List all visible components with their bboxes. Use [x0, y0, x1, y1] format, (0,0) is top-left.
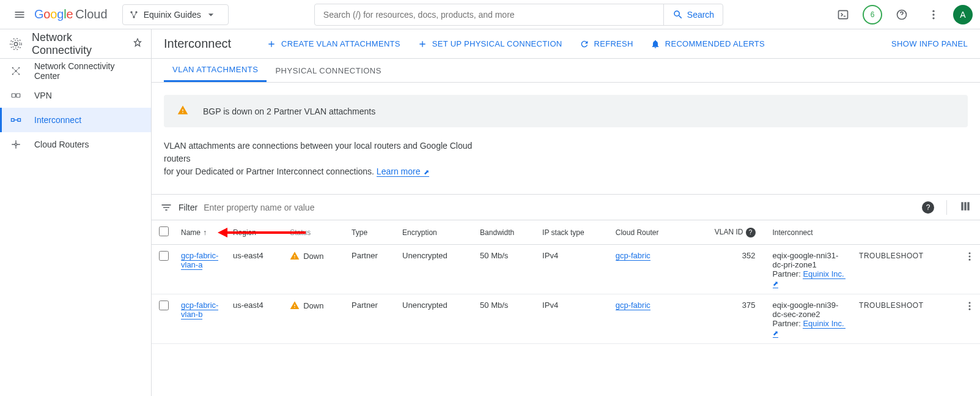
help-icon[interactable] [890, 2, 914, 27]
table-row: gcp-fabric-vlan-a us-east4 Down Partner … [152, 245, 980, 294]
filter-row: Filter ? [152, 194, 980, 220]
cell-bandwidth: 50 Mb/s [475, 294, 537, 344]
svg-rect-17 [17, 94, 20, 97]
cell-status: Down [290, 301, 342, 310]
plus-icon [267, 39, 276, 49]
tabs: VLAN ATTACHMENTS PHYSICAL CONNECTIONS [152, 59, 980, 83]
help-icon[interactable]: ? [746, 228, 756, 237]
svg-point-6 [932, 13, 934, 15]
table-row: gcp-fabric-vlan-b us-east4 Down Partner … [152, 294, 980, 344]
project-icon [129, 10, 139, 20]
divider [946, 200, 947, 215]
description-text: VLAN attachments are connections between… [164, 140, 482, 178]
troubleshoot-button[interactable]: TROUBLESHOOT [859, 252, 923, 260]
col-cloud-router[interactable]: Cloud Router [611, 220, 686, 245]
col-vlan-id[interactable]: VLAN ID? [685, 220, 767, 245]
row-checkbox[interactable] [159, 251, 169, 261]
vlan-name-link[interactable]: gcp-fabric-vlan-a [181, 251, 218, 270]
vlan-table: Name↑ Region Status Type Encryption Band… [152, 220, 980, 344]
external-link-icon: ⬈ [773, 280, 778, 287]
show-info-panel-button[interactable]: SHOW INFO PANEL [891, 39, 968, 48]
search-bar: Search [314, 4, 723, 26]
vlan-name-link[interactable]: gcp-fabric-vlan-b [181, 301, 218, 319]
refresh-button[interactable]: REFRESH [580, 39, 633, 49]
col-status[interactable]: Status [285, 220, 347, 245]
cell-ip-stack: IPv4 [537, 245, 611, 294]
header-right: 6 A [831, 2, 973, 27]
svg-point-22 [969, 259, 971, 261]
svg-point-20 [969, 252, 971, 254]
cloud-router-link[interactable]: gcp-fabric [616, 301, 650, 310]
refresh-icon [580, 39, 589, 49]
sort-asc-icon: ↑ [203, 228, 207, 237]
filter-label: Filter [179, 203, 197, 212]
more-icon[interactable] [921, 2, 946, 27]
sidebar-item-cloud-routers[interactable]: Cloud Routers [0, 132, 151, 157]
warning-icon [290, 301, 300, 310]
create-vlan-button[interactable]: CREATE VLAN ATTACHMENTS [267, 39, 400, 49]
svg-rect-19 [18, 119, 21, 122]
svg-point-7 [932, 17, 934, 19]
tab-vlan-attachments[interactable]: VLAN ATTACHMENTS [164, 59, 267, 82]
router-icon [9, 139, 23, 150]
sidebar-item-label: Interconnect [34, 115, 81, 125]
cloud-shell-icon[interactable] [831, 2, 855, 27]
content: Interconnect CREATE VLAN ATTACHMENTS SET… [152, 29, 980, 396]
sidebar-item-ncc[interactable]: Network Connectivity Center [0, 59, 151, 83]
alert-message: BGP is down on 2 Partner VLAN attachment… [203, 106, 375, 116]
network-connectivity-icon [9, 37, 23, 51]
select-all-checkbox[interactable] [159, 226, 169, 236]
cell-bandwidth: 50 Mb/s [475, 245, 537, 294]
cell-vlan-id: 375 [685, 294, 767, 344]
bell-icon [650, 39, 660, 49]
setup-physical-button[interactable]: SET UP PHYSICAL CONNECTION [418, 39, 562, 49]
filter-input[interactable] [204, 203, 922, 212]
sidebar-item-label: Network Connectivity Center [34, 61, 142, 81]
cell-ip-stack: IPv4 [537, 294, 611, 344]
row-more-icon[interactable] [959, 245, 980, 294]
col-name[interactable]: Name↑ [176, 220, 228, 245]
svg-point-25 [969, 308, 971, 310]
col-type[interactable]: Type [347, 220, 397, 245]
col-interconnect[interactable]: Interconnect [768, 220, 855, 245]
help-icon[interactable]: ? [922, 201, 934, 214]
avatar[interactable]: A [953, 5, 973, 24]
cloud-router-link[interactable]: gcp-fabric [616, 251, 650, 261]
col-ip-stack[interactable]: IP stack type [537, 220, 611, 245]
col-encryption[interactable]: Encryption [397, 220, 475, 245]
col-bandwidth[interactable]: Bandwidth [475, 220, 537, 245]
external-link-icon: ⬈ [773, 329, 778, 337]
sidebar-item-vpn[interactable]: VPN [0, 83, 151, 108]
tab-physical-connections[interactable]: PHYSICAL CONNECTIONS [267, 59, 390, 82]
cell-type: Partner [347, 294, 397, 344]
svg-point-9 [12, 40, 20, 48]
cell-type: Partner [347, 245, 397, 294]
notifications-badge[interactable]: 6 [863, 5, 882, 24]
warning-icon [290, 251, 300, 261]
troubleshoot-button[interactable]: TROUBLESHOOT [859, 301, 923, 310]
project-picker[interactable]: Equinix Guides [122, 4, 229, 25]
learn-more-link[interactable]: Learn more ⬈ [377, 166, 429, 177]
menu-icon[interactable] [7, 2, 32, 27]
col-region[interactable]: Region [228, 220, 285, 245]
row-checkbox[interactable] [159, 301, 169, 310]
cell-status: Down [290, 251, 342, 261]
cell-interconnect: eqix-google-nni31-dc-pri-zone1 Partner: … [768, 245, 855, 294]
external-link-icon: ⬈ [421, 168, 429, 176]
cell-region: us-east4 [228, 245, 285, 294]
alert-bar: BGP is down on 2 Partner VLAN attachment… [164, 95, 968, 127]
pin-icon[interactable] [133, 38, 142, 50]
columns-icon[interactable] [959, 200, 971, 214]
recommended-alerts-button[interactable]: RECOMMENDED ALERTS [650, 39, 765, 49]
google-cloud-logo[interactable]: Google Cloud [34, 7, 108, 21]
sidebar-item-interconnect[interactable]: Interconnect [0, 108, 151, 132]
filter-icon[interactable] [160, 201, 172, 214]
search-button[interactable]: Search [663, 4, 723, 25]
body-area: BGP is down on 2 Partner VLAN attachment… [152, 83, 980, 194]
content-header: Interconnect CREATE VLAN ATTACHMENTS SET… [152, 29, 980, 59]
svg-rect-18 [12, 119, 15, 122]
search-input[interactable] [315, 10, 663, 20]
plus-icon [418, 39, 427, 49]
row-more-icon[interactable] [959, 294, 980, 344]
dropdown-icon [205, 9, 217, 21]
